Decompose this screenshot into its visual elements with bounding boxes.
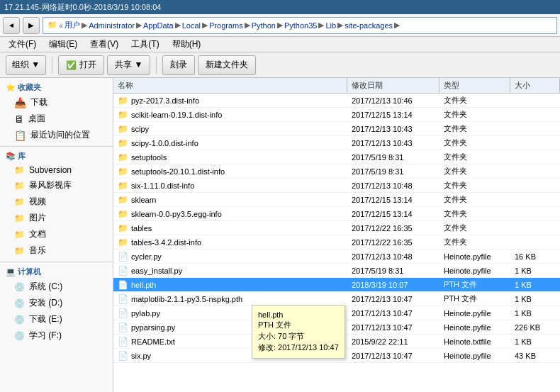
table-row[interactable]: 📁setuptools2017/5/19 8:31文件夹 (113, 150, 560, 164)
new-folder-button[interactable]: 新建文件夹 (198, 55, 256, 75)
burn-label: 刻录 (170, 59, 187, 71)
sidebar-item-install-d[interactable]: 💿 安装 (D:) (0, 295, 113, 311)
path-item-administrator[interactable]: Administrator (89, 21, 135, 30)
menu-bar: 文件(F) 编辑(E) 查看(V) 工具(T) 帮助(H) (0, 37, 560, 52)
open-button[interactable]: ✅ 打开 (58, 55, 104, 75)
file-type: 文件夹 (439, 138, 510, 148)
table-row[interactable]: 📄cycler.py2017/12/13 10:48Heinote.pyfile… (113, 250, 560, 264)
table-row[interactable]: 📁pyz-2017.3.dist-info2017/12/13 10:46文件夹 (113, 94, 560, 108)
organize-button[interactable]: 组织 ▼ (6, 55, 46, 75)
file-icon: 📁 (118, 138, 128, 148)
path-item-users[interactable]: 用户 (65, 20, 80, 30)
recent-icon: 📋 (14, 130, 26, 141)
menu-tools[interactable]: 工具(T) (125, 37, 164, 52)
file-type: Heinote.txtfile (439, 337, 510, 346)
table-row[interactable]: 📁tables2017/12/22 16:35文件夹 (113, 221, 560, 235)
file-date: 2017/12/13 10:43 (347, 125, 439, 133)
file-name: scipy-1.0.0.dist-info (131, 139, 198, 147)
sidebar-library-header[interactable]: 📚 库 (0, 150, 113, 163)
col-size[interactable]: 大小 (510, 78, 560, 93)
col-date[interactable]: 修改日期 (347, 78, 439, 93)
menu-file[interactable]: 文件(F) (3, 37, 42, 52)
file-size: 43 KB (510, 352, 560, 360)
back-button[interactable]: ◄ (3, 17, 20, 34)
title-text: 17.21.145-网络延时0.0秒-2018/3/19 10:08:04 (4, 2, 161, 13)
sidebar-item-video[interactable]: 📁 视频 (0, 194, 113, 210)
sidebar-favorites: ⭐ 收藏夹 📥 下载 🖥 桌面 📋 最近访问的位置 (0, 81, 113, 143)
file-icon: 📄 (118, 323, 128, 332)
table-row[interactable]: 📄easy_install.py2017/5/19 8:31Heinote.py… (113, 264, 560, 278)
pictures-icon: 📁 (14, 213, 25, 223)
menu-edit[interactable]: 编辑(E) (43, 37, 83, 52)
sidebar-item-recent[interactable]: 📋 最近访问的位置 (0, 127, 113, 143)
table-row[interactable]: 📄matplotlib-2.1.1-py3.5-nspkg.pth2017/12… (113, 292, 560, 306)
sidebar-item-subversion[interactable]: 📁 Subversion (0, 163, 113, 177)
sidebar-item-desktop[interactable]: 🖥 桌面 (0, 111, 113, 127)
file-name-cell: 📄matplotlib-2.1.1-py3.5-nspkg.pth (113, 294, 347, 304)
table-row[interactable]: 📄hell.pth2018/3/19 10:07PTH 文件1 KB (113, 278, 560, 292)
tooltip-date: 修改: 2017/12/13 10:47 (258, 342, 339, 353)
file-type: 文件夹 (439, 208, 510, 219)
share-button[interactable]: 共享 ▼ (107, 55, 150, 75)
file-name: setuptools-20.10.1.dist-info (131, 167, 225, 176)
path-item-python35[interactable]: Python35 (284, 21, 317, 30)
col-type[interactable]: 类型 (439, 78, 510, 93)
burn-button[interactable]: 刻录 (162, 55, 195, 75)
file-name: tables (131, 224, 152, 233)
sidebar-item-study-f[interactable]: 💿 学习 (F:) (0, 327, 113, 344)
file-date: 2017/5/19 8:31 (347, 153, 439, 162)
file-type: 文件夹 (439, 237, 510, 247)
file-icon: 📁 (118, 209, 128, 219)
file-size: 1 KB (510, 337, 560, 346)
table-row[interactable]: 📁setuptools-20.10.1.dist-info2017/5/19 8… (113, 164, 560, 179)
sidebar-item-pictures[interactable]: 📁 图片 (0, 210, 113, 226)
file-list-header: 名称 修改日期 类型 大小 (113, 78, 560, 94)
path-item-appdata[interactable]: AppData (143, 21, 174, 30)
file-name-cell: 📁sklearn-0.0-py3.5.egg-info (113, 209, 347, 219)
file-type: Heinote.pyfile (439, 252, 510, 261)
path-item-programs[interactable]: Programs (209, 21, 243, 30)
file-type: 文件夹 (439, 194, 510, 205)
toolbar: 组织 ▼ ✅ 打开 共享 ▼ 刻录 新建文件夹 (0, 52, 560, 78)
sidebar-item-video-lib[interactable]: 📁 暴风影视库 (0, 177, 113, 194)
sidebar-item-download[interactable]: 📥 下载 (0, 94, 113, 111)
col-name[interactable]: 名称 (113, 78, 347, 93)
sidebar-computer-header[interactable]: 💻 计算机 (0, 265, 113, 279)
sidebar-item-music[interactable]: 📁 音乐 (0, 242, 113, 259)
address-path[interactable]: 📁 « 用户 ▶ Administrator ▶ AppData ▶ Local… (43, 17, 557, 34)
table-row[interactable]: 📁six-1.11.0.dist-info2017/12/13 10:48文件夹 (113, 179, 560, 193)
path-item-local[interactable]: Local (182, 21, 201, 30)
table-row[interactable]: 📁tables-3.4.2.dist-info2017/12/22 16:35文… (113, 235, 560, 250)
file-date: 2017/12/22 16:35 (347, 238, 439, 247)
divider-2 (0, 262, 113, 262)
menu-help[interactable]: 帮助(H) (167, 37, 207, 52)
file-icon: 📁 (118, 124, 128, 134)
path-item-lib[interactable]: Lib (325, 21, 336, 30)
file-type: 文件夹 (439, 223, 510, 233)
sidebar-favorites-header[interactable]: ⭐ 收藏夹 (0, 81, 113, 94)
file-icon: 📁 (118, 223, 128, 233)
file-name: hell.pth (131, 281, 156, 289)
table-row[interactable]: 📁scipy2017/12/13 10:43文件夹 (113, 122, 560, 136)
table-row[interactable]: 📁sklearn2017/12/15 13:14文件夹 (113, 193, 560, 207)
table-row[interactable]: 📁scipy-1.0.0.dist-info2017/12/13 10:43文件… (113, 136, 560, 150)
file-name: scipy (131, 125, 149, 133)
file-name: sklearn-0.0-py3.5.egg-info (131, 210, 222, 218)
address-bar: ◄ ▶ 📁 « 用户 ▶ Administrator ▶ AppData ▶ L… (0, 14, 560, 37)
file-name: scikit-learn-0.19.1.dist-info (131, 111, 222, 119)
menu-view[interactable]: 查看(V) (84, 37, 124, 52)
table-row[interactable]: 📁sklearn-0.0-py3.5.egg-info2017/12/15 13… (113, 207, 560, 221)
share-label: 共享 ▼ (115, 59, 142, 71)
sidebar-library: 📚 库 📁 Subversion 📁 暴风影视库 📁 视频 📁 图片 📁 (0, 150, 113, 259)
forward-button[interactable]: ▶ (23, 17, 40, 34)
sidebar-item-system-c[interactable]: 💿 系统 (C:) (0, 279, 113, 295)
table-row[interactable]: 📁scikit-learn-0.19.1.dist-info2017/12/15… (113, 108, 560, 122)
file-date: 2017/12/13 10:46 (347, 96, 439, 105)
file-date: 2017/5/19 8:31 (347, 167, 439, 176)
file-name: tables-3.4.2.dist-info (131, 238, 201, 247)
sidebar-item-download-e[interactable]: 💿 下载 (E:) (0, 311, 113, 327)
sidebar-item-docs[interactable]: 📁 文档 (0, 226, 113, 242)
file-type: PTH 文件 (439, 293, 510, 304)
path-item-sitepackages[interactable]: site-packages (345, 21, 393, 30)
path-item-python[interactable]: Python (252, 21, 276, 30)
